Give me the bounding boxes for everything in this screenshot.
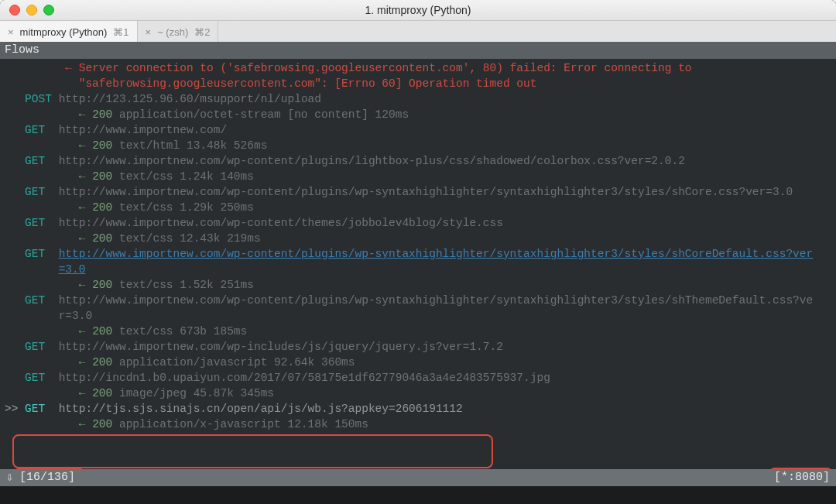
tab-label: mitmproxy (Python) bbox=[20, 26, 108, 38]
response-meta: text/html 13.48k 526ms bbox=[112, 139, 267, 152]
flow-row[interactable]: POST http://123.125.96.60/msupport/nl/up… bbox=[0, 91, 836, 107]
minimize-icon[interactable] bbox=[26, 5, 37, 15]
status-code: 200 bbox=[92, 279, 112, 291]
method: GET bbox=[25, 403, 45, 415]
flow-list[interactable]: ← Server connection to ('safebrowsing.go… bbox=[0, 59, 836, 432]
download-icon: ⇩ bbox=[6, 471, 13, 486]
flow-url-cont: r=3.0 bbox=[0, 308, 836, 324]
flow-url: http://www.importnew.com/ bbox=[59, 124, 228, 136]
arrow-left-icon: ← bbox=[79, 279, 92, 291]
tab-shortcut: ⌘2 bbox=[194, 26, 210, 38]
flow-response: ← 200 text/css 673b 185ms bbox=[0, 324, 836, 339]
status-code: 200 bbox=[92, 201, 112, 214]
terminal[interactable]: Flows ← Server connection to ('safebrows… bbox=[0, 42, 836, 504]
arrow-left-icon: ← bbox=[79, 139, 92, 152]
status-code: 200 bbox=[92, 356, 112, 369]
method: GET bbox=[25, 186, 45, 198]
response-meta: text/css 12.43k 219ms bbox=[112, 232, 260, 245]
status-code: 200 bbox=[92, 418, 112, 430]
flows-header: Flows bbox=[0, 42, 836, 59]
app-window: 1. mitmproxy (Python) × mitmproxy (Pytho… bbox=[0, 0, 836, 504]
arrow-left-icon: ← bbox=[79, 170, 92, 183]
flow-response: ← 200 application/octet-stream [no conte… bbox=[0, 107, 836, 122]
status-code: 200 bbox=[92, 325, 112, 338]
status-bar: ⇩ [16/136] [*:8080] bbox=[0, 469, 836, 486]
flow-row-selected[interactable]: >> GET http://tjs.sjs.sinajs.cn/open/api… bbox=[0, 401, 836, 417]
flow-url: http://www.importnew.com/wp-content/them… bbox=[59, 217, 503, 229]
flow-url: http://www.importnew.com/wp-content/plug… bbox=[59, 155, 685, 167]
tab-shortcut: ⌘1 bbox=[113, 26, 128, 38]
status-code: 200 bbox=[92, 387, 112, 399]
flow-row[interactable]: GET http://www.importnew.com/wp-content/… bbox=[0, 215, 836, 231]
error-line: "safebrowsing.googleusercontent.com": [E… bbox=[0, 76, 836, 91]
response-meta: image/jpeg 45.87k 345ms bbox=[112, 387, 274, 399]
flow-url-cont: r=3.0 bbox=[59, 310, 93, 322]
flow-row[interactable]: GET http://www.importnew.com/wp-content/… bbox=[0, 153, 836, 169]
flow-url: http://incdn1.b0.upaiyun.com/2017/07/581… bbox=[59, 372, 550, 384]
flow-row[interactable]: GET http://www.importnew.com/wp-content/… bbox=[0, 293, 836, 308]
arrow-left-icon: ← bbox=[79, 201, 92, 214]
annotation-highlight bbox=[12, 434, 493, 468]
error-text: "safebrowsing.googleusercontent.com": [E… bbox=[79, 77, 537, 90]
status-code: 200 bbox=[92, 232, 112, 245]
method: GET bbox=[25, 372, 45, 384]
status-code: 200 bbox=[92, 139, 112, 152]
flow-response: ← 200 image/jpeg 45.87k 345ms bbox=[0, 386, 836, 401]
flow-row[interactable]: GET http://incdn1.b0.upaiyun.com/2017/07… bbox=[0, 370, 836, 386]
method: GET bbox=[25, 341, 45, 353]
window-title: 1. mitmproxy (Python) bbox=[0, 4, 836, 16]
response-meta: application/javascript 92.64k 360ms bbox=[112, 356, 355, 369]
flow-url: http://www.importnew.com/wp-includes/js/… bbox=[59, 341, 503, 353]
arrow-left-icon: ← bbox=[79, 418, 92, 430]
response-meta: text/css 673b 185ms bbox=[112, 325, 247, 338]
arrow-left-icon: ← bbox=[79, 325, 92, 338]
traffic-lights bbox=[0, 5, 54, 15]
flow-response: ← 200 text/css 1.24k 140ms bbox=[0, 169, 836, 184]
arrow-left-icon: ← bbox=[79, 108, 92, 121]
error-text: Server connection to ('safebrowsing.goog… bbox=[79, 62, 692, 74]
flow-url: http://tjs.sjs.sinajs.cn/open/api/js/wb.… bbox=[59, 403, 463, 415]
close-tab-icon[interactable]: × bbox=[8, 26, 14, 38]
close-tab-icon[interactable]: × bbox=[146, 26, 152, 38]
flow-response: ← 200 text/css 1.52k 251ms bbox=[0, 277, 836, 293]
flow-url: http://www.importnew.com/wp-content/plug… bbox=[59, 186, 793, 198]
error-line: ← Server connection to ('safebrowsing.go… bbox=[0, 60, 836, 76]
response-meta: application/octet-stream [no content] 12… bbox=[112, 108, 409, 121]
response-meta: text/css 1.24k 140ms bbox=[112, 170, 254, 183]
status-code: 200 bbox=[92, 170, 112, 183]
arrow-left-icon: ← bbox=[65, 62, 72, 74]
tab-mitmproxy[interactable]: × mitmproxy (Python) ⌘1 bbox=[0, 21, 138, 43]
arrow-left-icon: ← bbox=[79, 232, 92, 245]
flow-row[interactable]: GET http://www.importnew.com/wp-content/… bbox=[0, 184, 836, 200]
method: GET bbox=[25, 294, 45, 307]
method: GET bbox=[25, 124, 45, 136]
zoom-icon[interactable] bbox=[43, 5, 54, 15]
flow-url-cont: =3.0 bbox=[0, 262, 836, 277]
tab-strip: × mitmproxy (Python) ⌘1 × ~ (zsh) ⌘2 bbox=[0, 21, 836, 43]
flow-url[interactable]: http://www.importnew.com/wp-content/plug… bbox=[59, 248, 814, 260]
flow-response: ← 200 text/html 13.48k 526ms bbox=[0, 138, 836, 153]
flow-row[interactable]: GET http://www.importnew.com/wp-content/… bbox=[0, 246, 836, 262]
flow-counter: [16/136] bbox=[19, 470, 75, 485]
response-meta: application/x-javascript 12.18k 150ms bbox=[112, 418, 368, 430]
method: POST bbox=[25, 93, 52, 105]
listen-address: [*:8080] bbox=[774, 470, 830, 485]
method: GET bbox=[25, 217, 45, 229]
flow-url: http://123.125.96.60/msupport/nl/upload bbox=[59, 93, 321, 105]
flow-response: ← 200 application/x-javascript 12.18k 15… bbox=[0, 417, 836, 432]
response-meta: text/css 1.52k 251ms bbox=[112, 279, 254, 291]
flow-response: ← 200 text/css 12.43k 219ms bbox=[0, 231, 836, 246]
response-meta: text/css 1.29k 250ms bbox=[112, 201, 254, 214]
flow-row[interactable]: GET http://www.importnew.com/ bbox=[0, 122, 836, 138]
flow-url: http://www.importnew.com/wp-content/plug… bbox=[59, 294, 814, 307]
tab-zsh[interactable]: × ~ (zsh) ⌘2 bbox=[138, 21, 219, 43]
method: GET bbox=[25, 155, 45, 167]
flow-url-cont: =3.0 bbox=[59, 263, 86, 276]
flow-response: ← 200 application/javascript 92.64k 360m… bbox=[0, 355, 836, 370]
flow-row[interactable]: GET http://www.importnew.com/wp-includes… bbox=[0, 339, 836, 355]
close-icon[interactable] bbox=[9, 5, 20, 15]
command-bar[interactable] bbox=[0, 486, 836, 504]
flow-response: ← 200 text/css 1.29k 250ms bbox=[0, 200, 836, 215]
method: GET bbox=[25, 248, 45, 260]
tab-label: ~ (zsh) bbox=[157, 26, 188, 38]
